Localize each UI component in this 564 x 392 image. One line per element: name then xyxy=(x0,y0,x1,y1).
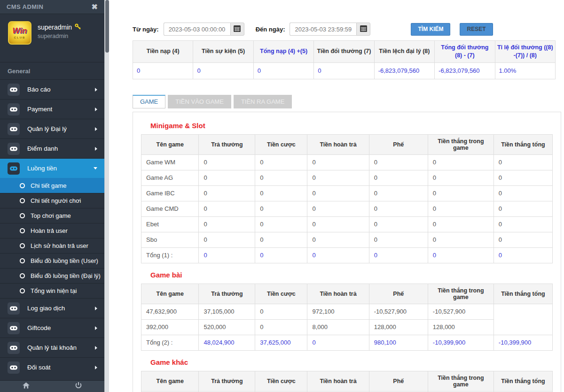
total-value-cell: 0 xyxy=(255,247,307,263)
sidebar-item[interactable]: Điểm danh xyxy=(0,138,104,158)
total-value-cell: 980,100 xyxy=(369,335,428,350)
circle-icon xyxy=(20,228,25,233)
circle-icon xyxy=(20,273,25,278)
avatar-logo-subtext: CLUB xyxy=(14,36,26,39)
sidebar-subitem[interactable]: Biểu đồ luồng tiền (Đại lý) xyxy=(0,268,104,283)
tab-game[interactable]: GAME xyxy=(133,95,165,108)
game-table-cell: 0 xyxy=(307,216,369,232)
home-icon xyxy=(23,382,30,391)
to-date-calendar-button[interactable] xyxy=(356,23,370,36)
calendar-icon xyxy=(234,25,241,33)
game-table-merged-cell xyxy=(494,304,552,335)
sidebar-item[interactable]: Payment xyxy=(0,99,104,119)
game-section: Minigame & SlotTên gameTrả thưởngTiền cư… xyxy=(141,122,553,263)
sidebar-section-label: General xyxy=(0,62,104,79)
summary-value-cell: 0 xyxy=(253,62,313,79)
sidebar-subitem-label: Chi tiết game xyxy=(31,182,67,189)
gamepad-icon xyxy=(8,162,20,175)
sidebar-subitem[interactable]: Top chơi game xyxy=(0,208,104,223)
game-table-header-cell: Tiền thắng tổng xyxy=(494,134,552,154)
chevron-right-icon xyxy=(95,127,97,131)
chevron-right-icon xyxy=(95,307,97,310)
game-table-cell: Ebet xyxy=(141,216,199,232)
summary-value-cell: 0 xyxy=(133,62,193,79)
game-table-row: Game WM000000 xyxy=(141,154,553,170)
game-table-cell: 37,105,000 xyxy=(199,304,255,319)
game-table-cell: -10,527,900 xyxy=(428,304,494,319)
sidebar-subitem[interactable]: Hoàn trả user xyxy=(0,223,104,238)
sidebar-item[interactable]: Đối soát xyxy=(0,357,104,377)
circle-icon xyxy=(20,258,25,263)
game-table-cell: 0 xyxy=(494,216,552,232)
tab-ti-n-ra-game[interactable]: TIỀN RA GAME xyxy=(234,95,292,108)
summary-table: Tiền nạp (4)Tiền sự kiện (5)Tổng nạp (4)… xyxy=(133,40,556,79)
game-table-cell: 0 xyxy=(255,319,307,335)
sidebar-item[interactable]: Log giao dịch xyxy=(0,298,104,318)
game-table-cell: 0 xyxy=(255,304,307,319)
game-table-row: Game IBC000000 xyxy=(141,185,553,201)
game-table-header-cell: Phế xyxy=(369,284,428,304)
tab-ti-n-v-o-game[interactable]: TIỀN VÀO GAME xyxy=(168,95,231,108)
sidebar-subitem[interactable]: Lịch sử hoàn trả user xyxy=(0,238,104,253)
chevron-right-icon xyxy=(95,147,97,151)
game-table-header-cell: Tiền cược xyxy=(255,371,307,391)
sidebar-scrollbar[interactable] xyxy=(104,0,109,392)
sidebar-item[interactable]: Quản lý Đại lý xyxy=(0,119,104,138)
game-table-cell: 0 xyxy=(494,201,552,216)
game-table-cell: Game CMD xyxy=(141,201,199,216)
game-table-cell: 0 xyxy=(494,232,552,247)
sidebar-item[interactable]: Giftcode xyxy=(0,318,104,338)
game-table-cell: 0 xyxy=(199,185,255,201)
game-table-cell: 972,100 xyxy=(307,304,369,319)
game-table-cell: 0 xyxy=(428,232,494,247)
game-table-total-row: Tổng (1) :000000 xyxy=(141,247,553,263)
game-table-header-cell: Tên game xyxy=(141,371,199,391)
game-table-header-cell: Tiền thắng trong game xyxy=(428,371,494,391)
gamepad-icon xyxy=(8,143,20,155)
sidebar-item[interactable]: Luồng tiền xyxy=(0,158,104,178)
to-date-input[interactable] xyxy=(290,23,356,36)
game-table-cell: 0 xyxy=(428,216,494,232)
chevron-right-icon xyxy=(95,346,97,350)
close-icon[interactable]: ✖ xyxy=(92,3,98,11)
summary-header-cell: Tiền lệch đại lý (8) xyxy=(374,41,434,63)
sidebar-subitem[interactable]: Tổng win hiện tại xyxy=(0,283,104,298)
from-date-input[interactable] xyxy=(164,23,230,36)
game-table-header-cell: Tiền hoàn trả xyxy=(307,371,369,391)
game-table-cell: 0 xyxy=(428,201,494,216)
section-title: Minigame & Slot xyxy=(150,122,553,130)
avatar-logo-text: Win xyxy=(12,27,27,35)
sidebar-subitem[interactable]: Chi tiết người chơi xyxy=(0,193,104,208)
gamepad-icon xyxy=(8,302,20,315)
scrollbar-thumb[interactable] xyxy=(105,0,109,53)
sidebar-item-label: Luồng tiền xyxy=(27,165,94,172)
reset-button[interactable]: RESET xyxy=(460,23,493,36)
sidebar-item[interactable]: Báo cáo xyxy=(0,79,104,99)
from-date-label: Từ ngày: xyxy=(133,26,159,33)
game-table: Tên gameTrả thưởngTiền cượcTiền hoàn trả… xyxy=(141,371,553,392)
from-date-calendar-button[interactable] xyxy=(230,23,244,36)
chevron-right-icon xyxy=(95,88,97,92)
circle-icon xyxy=(20,183,25,188)
circle-icon xyxy=(20,243,25,248)
sidebar-subitem-label: Chi tiết người chơi xyxy=(31,197,81,204)
game-table-cell: 0 xyxy=(307,170,369,185)
home-button[interactable] xyxy=(0,381,52,392)
game-table-header-cell: Tiền thắng trong game xyxy=(428,284,494,304)
game-table-cell: 0 xyxy=(369,201,428,216)
game-table-cell: 0 xyxy=(255,154,307,170)
game-table-cell: 0 xyxy=(369,154,428,170)
logout-button[interactable] xyxy=(52,381,104,392)
total-label-cell: Tổng (1) : xyxy=(141,247,199,263)
sidebar-subitem[interactable]: Biểu đồ luồng tiền (User) xyxy=(0,253,104,268)
sidebar-item[interactable]: Quản lý tài khoản xyxy=(0,338,104,357)
game-table-cell: Game WM xyxy=(141,154,199,170)
summary-value-cell: 0 xyxy=(193,62,253,79)
sidebar-subitem-label: Lịch sử hoàn trả user xyxy=(31,242,88,249)
game-table-cell: 0 xyxy=(199,154,255,170)
game-table-cell: Game AG xyxy=(141,170,199,185)
game-table-cell: 0 xyxy=(494,185,552,201)
game-table-cell: 0 xyxy=(199,201,255,216)
search-button[interactable]: TÌM KIẾM xyxy=(411,23,450,36)
sidebar-subitem[interactable]: Chi tiết game xyxy=(0,178,104,193)
